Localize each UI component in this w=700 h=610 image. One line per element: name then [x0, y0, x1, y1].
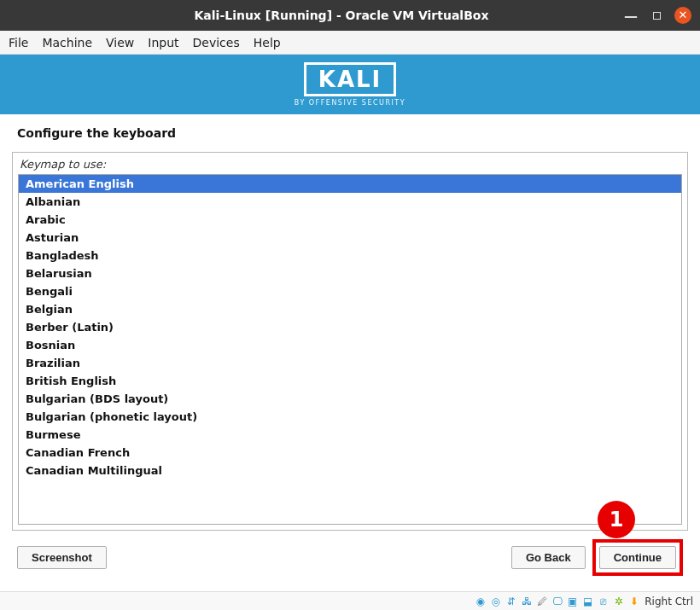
cpu-icon[interactable]: ⎚ — [597, 595, 610, 607]
section-title: Configure the keyboard — [12, 126, 688, 140]
keymap-option[interactable]: Arabic — [19, 211, 681, 229]
annotation-callout-1: 1 — [598, 501, 635, 538]
keymap-option[interactable]: Canadian French — [19, 444, 681, 462]
keymap-option[interactable]: Belgian — [19, 300, 681, 318]
menu-help[interactable]: Help — [254, 36, 281, 49]
window-controls: — ✕ — [623, 7, 691, 24]
menu-devices[interactable]: Devices — [193, 36, 240, 49]
continue-highlight: Continue — [592, 539, 683, 576]
keymap-option[interactable]: American English — [19, 175, 681, 193]
keymap-label: Keymap to use: — [13, 158, 687, 174]
hostkey-label: Right Ctrl — [645, 595, 693, 607]
keymap-option[interactable]: Belarusian — [19, 264, 681, 282]
installer-content: Configure the keyboard Keymap to use: Am… — [0, 114, 700, 591]
button-bar: Screenshot Go Back Continue — [12, 531, 688, 584]
usb-icon[interactable]: ⇵ — [505, 595, 517, 607]
kali-tagline: BY OFFENSIVE SECURITY — [295, 99, 405, 107]
keymap-option[interactable]: Bengali — [19, 282, 681, 300]
close-button[interactable]: ✕ — [674, 7, 691, 24]
continue-button[interactable]: Continue — [599, 546, 676, 569]
keymap-option[interactable]: Bulgarian (BDS layout) — [19, 390, 681, 408]
go-back-button[interactable]: Go Back — [511, 546, 586, 569]
menu-machine[interactable]: Machine — [42, 36, 92, 49]
window-title: Kali-Linux [Running] - Oracle VM Virtual… — [60, 9, 623, 22]
screenshot-button[interactable]: Screenshot — [17, 546, 107, 569]
minimize-button[interactable]: — — [623, 8, 639, 23]
kali-banner: KALI BY OFFENSIVE SECURITY — [0, 55, 700, 114]
vm-window: Kali-Linux [Running] - Oracle VM Virtual… — [0, 0, 700, 610]
status-bar: ◉ ◎ ⇵ 🖧 🖉 🖵 ▣ ⬓ ⎚ ✲ ⬇ Right Ctrl — [0, 591, 700, 610]
audio-icon[interactable]: ▣ — [566, 595, 579, 607]
shared-folder-icon[interactable]: 🖉 — [535, 595, 548, 607]
kali-logo: KALI — [304, 62, 397, 96]
keymap-option[interactable]: Brazilian — [19, 354, 681, 372]
keymap-option[interactable]: British English — [19, 372, 681, 390]
menu-view[interactable]: View — [106, 36, 134, 49]
keymap-option[interactable]: Albanian — [19, 193, 681, 211]
keymap-option[interactable]: Asturian — [19, 229, 681, 247]
mouse-capture-icon[interactable]: ⬇ — [627, 595, 640, 607]
keymap-listbox[interactable]: American EnglishAlbanianArabicAsturianBa… — [18, 174, 682, 525]
keymap-option[interactable]: Bulgarian (phonetic layout) — [19, 408, 681, 426]
window-titlebar: Kali-Linux [Running] - Oracle VM Virtual… — [0, 0, 700, 31]
settings-icon[interactable]: ✲ — [612, 595, 625, 607]
keymap-option[interactable]: Burmese — [19, 426, 681, 444]
network-icon[interactable]: 🖧 — [520, 595, 533, 607]
keymap-option[interactable]: Berber (Latin) — [19, 318, 681, 336]
keymap-panel: Keymap to use: American EnglishAlbanianA… — [12, 152, 688, 531]
display-icon[interactable]: 🖵 — [551, 595, 563, 607]
maximize-button[interactable] — [649, 8, 664, 23]
hdd-icon[interactable]: ◉ — [474, 595, 487, 607]
menu-file[interactable]: File — [9, 36, 28, 49]
keymap-option[interactable]: Bangladesh — [19, 247, 681, 264]
keymap-option[interactable]: Canadian Multilingual — [19, 462, 681, 479]
recording-icon[interactable]: ⬓ — [581, 595, 594, 607]
optical-icon[interactable]: ◎ — [489, 595, 502, 607]
menu-input[interactable]: Input — [148, 36, 178, 49]
menu-bar: File Machine View Input Devices Help — [0, 31, 700, 55]
keymap-option[interactable]: Bosnian — [19, 336, 681, 354]
